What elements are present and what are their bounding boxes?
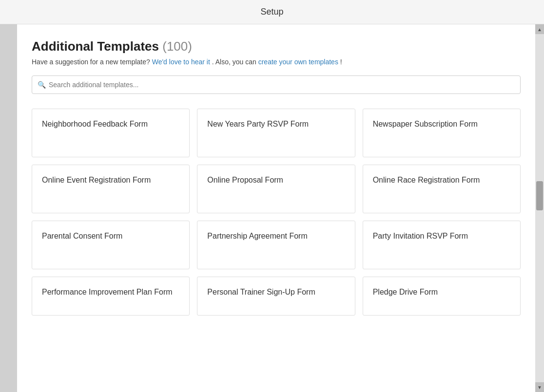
template-card-new-years-party[interactable]: New Years Party RSVP Form bbox=[197, 109, 355, 157]
template-card-label: Online Race Registration Form bbox=[373, 175, 480, 186]
template-card-performance-improvement-plan[interactable]: Performance Improvement Plan Form bbox=[32, 277, 190, 316]
template-card-label: Parental Consent Form bbox=[42, 231, 122, 242]
template-card-newspaper-subscription[interactable]: Newspaper Subscription Form bbox=[363, 109, 521, 157]
template-card-personal-trainer-signup[interactable]: Personal Trainer Sign-Up Form bbox=[197, 277, 355, 316]
search-container: 🔍 bbox=[32, 75, 521, 94]
template-card-label: Party Invitation RSVP Form bbox=[373, 231, 468, 242]
template-card-label: Neighborhood Feedback Form bbox=[42, 119, 148, 130]
template-card-parental-consent[interactable]: Parental Consent Form bbox=[32, 221, 190, 269]
create-templates-link[interactable]: create your own templates bbox=[258, 58, 338, 66]
search-input[interactable] bbox=[32, 75, 521, 94]
template-card-online-event-registration[interactable]: Online Event Registration Form bbox=[32, 165, 190, 213]
content-area: Additional Templates (100) Have a sugges… bbox=[17, 24, 535, 392]
suggest-link[interactable]: We'd love to hear it bbox=[152, 58, 210, 66]
template-count: (100) bbox=[162, 39, 192, 54]
subtitle-before: Have a suggestion for a new template? bbox=[32, 58, 150, 66]
template-card-online-race-registration[interactable]: Online Race Registration Form bbox=[363, 165, 521, 213]
subtitle-middle: . Also, you can bbox=[212, 58, 256, 66]
templates-grid: Neighborhood Feedback FormNew Years Part… bbox=[32, 109, 521, 316]
template-card-neighborhood-feedback[interactable]: Neighborhood Feedback Form bbox=[32, 109, 190, 157]
template-card-label: Performance Improvement Plan Form bbox=[42, 287, 173, 298]
template-card-label: Personal Trainer Sign-Up Form bbox=[207, 287, 315, 298]
top-bar-title: Setup bbox=[260, 7, 283, 17]
template-card-party-invitation-rsvp[interactable]: Party Invitation RSVP Form bbox=[363, 221, 521, 269]
template-card-online-proposal[interactable]: Online Proposal Form bbox=[197, 165, 355, 213]
template-card-pledge-drive[interactable]: Pledge Drive Form bbox=[363, 277, 521, 316]
template-card-label: Partnership Agreement Form bbox=[207, 231, 307, 242]
main-container: Additional Templates (100) Have a sugges… bbox=[0, 24, 544, 392]
top-bar: Setup bbox=[0, 0, 544, 24]
page-subtitle: Have a suggestion for a new template? We… bbox=[32, 58, 521, 66]
scrollbar: ▲ ▼ bbox=[535, 24, 544, 392]
template-card-label: Online Proposal Form bbox=[207, 175, 283, 186]
scrollbar-down-button[interactable]: ▼ bbox=[535, 382, 544, 392]
scrollbar-track bbox=[535, 34, 544, 382]
template-card-label: Online Event Registration Form bbox=[42, 175, 151, 186]
page-header: Additional Templates (100) Have a sugges… bbox=[32, 39, 521, 66]
scrollbar-up-button[interactable]: ▲ bbox=[535, 24, 544, 34]
scrollbar-thumb[interactable] bbox=[536, 181, 543, 210]
page-title-text: Additional Templates bbox=[32, 39, 159, 54]
left-rail bbox=[0, 24, 17, 392]
template-card-label: Newspaper Subscription Form bbox=[373, 119, 478, 130]
search-icon: 🔍 bbox=[38, 81, 46, 89]
template-card-partnership-agreement[interactable]: Partnership Agreement Form bbox=[197, 221, 355, 269]
template-card-label: New Years Party RSVP Form bbox=[207, 119, 309, 130]
template-card-label: Pledge Drive Form bbox=[373, 287, 438, 298]
subtitle-after: ! bbox=[340, 58, 342, 66]
page-title: Additional Templates (100) bbox=[32, 39, 521, 54]
